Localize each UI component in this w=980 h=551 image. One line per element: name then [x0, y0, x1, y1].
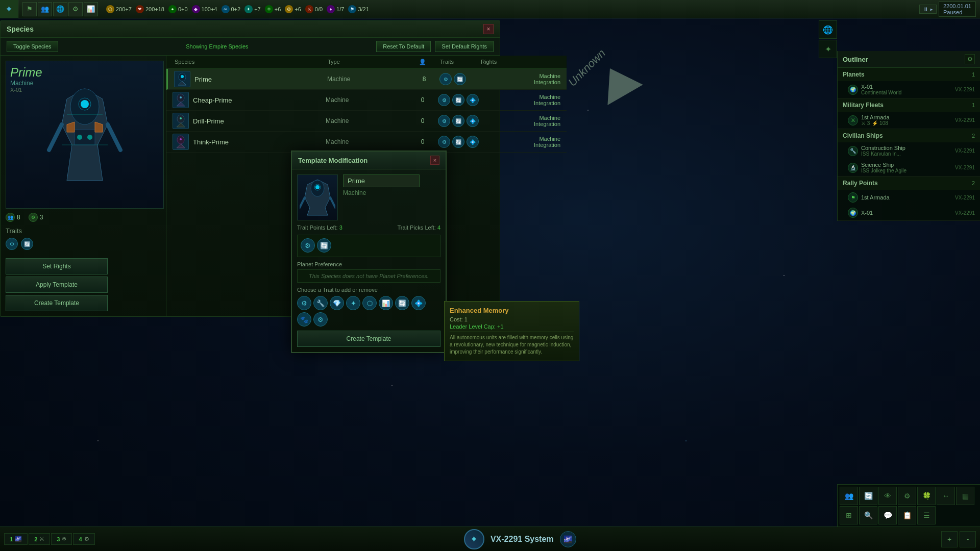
apply-template-button[interactable]: Apply Template: [6, 277, 108, 293]
bottom-tab-2[interactable]: 2 ⚔: [29, 533, 50, 545]
trait-2-2[interactable]: 🔄: [452, 94, 464, 106]
trait-points-label: Trait Points Left:: [297, 224, 338, 231]
set-rights-button[interactable]: Set Rights: [6, 258, 108, 274]
rights-cell-4: MachineIntegration: [479, 136, 560, 148]
available-trait-6[interactable]: 📊: [379, 296, 393, 310]
species-name-input[interactable]: [343, 174, 420, 187]
br-btn-3[interactable]: 👁: [878, 487, 897, 505]
br-btn-7[interactable]: ▦: [956, 487, 974, 505]
menu-icon-2[interactable]: 👥: [38, 2, 52, 16]
trait-4-3[interactable]: 💠: [467, 136, 479, 148]
resource-energy: ⬡ 200+7: [106, 5, 132, 13]
available-trait-10[interactable]: ⚙: [313, 312, 328, 327]
svg-marker-18: [177, 102, 185, 106]
pause-button[interactable]: ⏸ ▶: [919, 5, 937, 14]
food-value: 200+18: [145, 6, 164, 12]
available-trait-9[interactable]: 🐾: [297, 312, 311, 327]
available-trait-3[interactable]: 💎: [330, 296, 344, 310]
map-mode-btn[interactable]: 🌐: [819, 20, 837, 39]
amenities-icon: ♦: [327, 5, 335, 13]
dialog-create-template-button[interactable]: Create Template: [297, 331, 440, 347]
species-panel-close[interactable]: ×: [483, 24, 494, 34]
menu-icon-3[interactable]: 🌐: [53, 2, 67, 16]
outliner-rally-item-2[interactable]: 🌍 X-01 VX-2291: [838, 205, 980, 220]
outliner-section-planets: Planets 1 🌍 X-01 Continental World VX-22…: [838, 68, 980, 98]
trait-icon-2[interactable]: 🔄: [21, 238, 33, 250]
system-galaxy-icon[interactable]: 🌌: [560, 531, 576, 547]
menu-icon-4[interactable]: ⚙: [68, 2, 83, 16]
table-row[interactable]: Think-Prime Machine 0 ⚙ 🔄 💠 MachineInteg…: [166, 132, 567, 153]
reset-to-default-button[interactable]: Reset To Default: [376, 41, 431, 52]
available-trait-8[interactable]: 💠: [411, 296, 426, 310]
dialog-species-row: Machine: [297, 174, 440, 220]
trait-picks-value: 4: [437, 224, 440, 231]
trait-3-1[interactable]: ⚙: [438, 115, 450, 127]
rally-section-header[interactable]: Rally Points 2: [838, 177, 980, 190]
trait-1-2[interactable]: 🔄: [454, 73, 466, 85]
br-btn-9[interactable]: 🔍: [859, 506, 877, 524]
civilian-count: 2: [972, 133, 975, 139]
set-default-rights-button[interactable]: Set Default Rights: [435, 41, 494, 52]
character-id: X-01: [10, 87, 42, 93]
br-btn-10[interactable]: 💬: [878, 506, 897, 524]
resource-stability: ⚔ 0/0: [305, 5, 323, 13]
active-trait-2[interactable]: 🔄: [317, 238, 331, 253]
available-trait-7[interactable]: 🔄: [395, 296, 409, 310]
planet-sub: Continental World: [861, 90, 952, 95]
trait-2-1[interactable]: ⚙: [438, 94, 450, 106]
top-bar: ✦ ⚑ 👥 🌐 ⚙ 📊 ⬡ 200+7 ❤ 200+18 ● 0+0 ◆ 100…: [0, 0, 980, 18]
table-row[interactable]: Prime Machine 8 ⚙ 🔄 MachineIntegration: [166, 69, 567, 90]
available-trait-5[interactable]: ⬡: [362, 296, 377, 310]
create-template-button[interactable]: Create Template: [6, 295, 108, 311]
showing-highlight: Empire: [209, 43, 227, 49]
outliner-construction-item[interactable]: 🔧 Construction Ship ISS Karvulan In... V…: [838, 142, 980, 159]
char-info: Prime Machine X-01: [10, 65, 42, 93]
date-display: 2200.01.01 Paused: [939, 2, 976, 17]
available-trait-4[interactable]: ✦: [346, 296, 360, 310]
br-btn-1[interactable]: 👥: [840, 487, 858, 505]
bottom-tab-1[interactable]: 1 🌌: [4, 533, 28, 545]
available-trait-1[interactable]: ⚙: [297, 296, 311, 310]
trait-4-1[interactable]: ⚙: [438, 136, 450, 148]
bottom-tab-4[interactable]: 4 ⚙: [73, 533, 94, 545]
system-emblem[interactable]: ✦: [464, 529, 484, 549]
outliner-planet-item[interactable]: 🌍 X-01 Continental World VX-2291: [838, 81, 980, 98]
br-btn-11[interactable]: 📋: [898, 506, 916, 524]
outliner-science-item[interactable]: 🔬 Science Ship ISS Jolkeg the Agile VX-2…: [838, 159, 980, 176]
br-btn-12[interactable]: ☰: [917, 506, 936, 524]
available-trait-2[interactable]: 🔧: [313, 296, 328, 310]
table-row[interactable]: Drill-Prime Machine 0 ⚙ 🔄 💠 MachineInteg…: [166, 111, 567, 132]
planets-section-header[interactable]: Planets 1: [838, 68, 980, 81]
trait-3-2[interactable]: 🔄: [452, 115, 464, 127]
table-header: Species Type 👤 Traits Rights: [166, 56, 567, 69]
br-btn-2[interactable]: 🔄: [859, 487, 877, 505]
civilian-section-header[interactable]: Civilian Ships 2: [838, 129, 980, 142]
br-btn-4[interactable]: ⚙: [898, 487, 916, 505]
rally-count: 2: [972, 180, 975, 186]
outliner-settings-icon[interactable]: ⚙: [965, 54, 975, 64]
outliner-rally-item-1[interactable]: ⚑ 1st Armada VX-2291: [838, 190, 980, 205]
dialog-close-button[interactable]: ×: [430, 156, 439, 165]
trait-3-3[interactable]: 💠: [467, 115, 479, 127]
trait-icon-1[interactable]: ⚙: [6, 238, 18, 250]
trait-2-3[interactable]: 💠: [467, 94, 479, 106]
br-btn-5[interactable]: 🍀: [917, 487, 936, 505]
table-row[interactable]: Cheap-Prime Machine 0 ⚙ 🔄 💠 MachineInteg…: [166, 90, 567, 111]
alloys-icon: ◆: [192, 5, 200, 13]
menu-icon-5[interactable]: 📊: [84, 2, 98, 16]
trait-1-1[interactable]: ⚙: [439, 73, 452, 85]
galaxy-btn[interactable]: ✦: [819, 40, 837, 58]
trait-4-2[interactable]: 🔄: [452, 136, 464, 148]
military-section-header[interactable]: Military Fleets 1: [838, 98, 980, 112]
br-btn-6[interactable]: ↔: [937, 487, 955, 505]
toggle-species-button[interactable]: Toggle Species: [7, 41, 58, 52]
species-pop-3: 0: [407, 117, 438, 124]
br-btn-8[interactable]: ⊞: [840, 506, 858, 524]
svg-point-2: [81, 100, 89, 108]
bottom-tab-3[interactable]: 3 ❄: [51, 533, 72, 545]
zoom-in-btn[interactable]: +: [941, 531, 958, 547]
menu-icon-1[interactable]: ⚑: [22, 2, 37, 16]
active-trait-1[interactable]: ⚙: [301, 238, 315, 253]
outliner-fleet-item[interactable]: ⚔ 1st Armada ⚔ 3 ⚡ 108 VX-2291: [838, 112, 980, 129]
zoom-out-btn[interactable]: -: [960, 531, 976, 547]
